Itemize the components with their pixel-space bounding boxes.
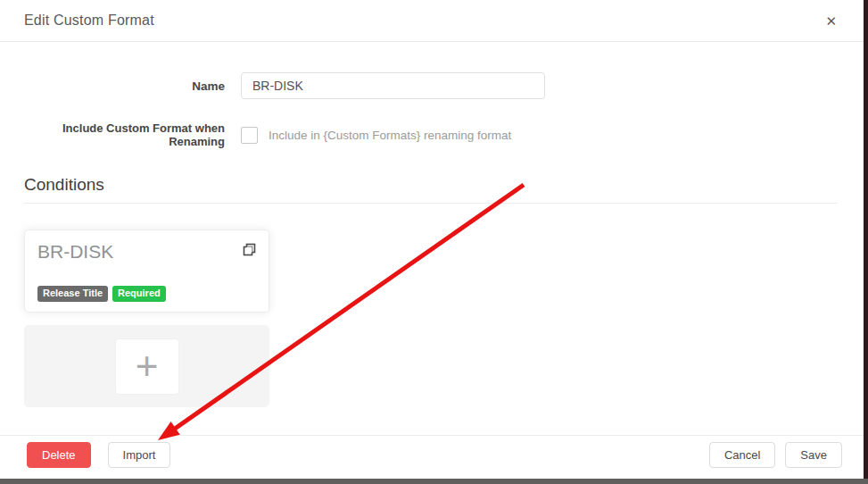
modal-footer: Delete Import Cancel Save bbox=[0, 435, 864, 479]
name-row: Name bbox=[24, 72, 837, 99]
close-icon[interactable]: ✕ bbox=[822, 11, 840, 31]
modal-header: Edit Custom Format ✕ bbox=[0, 0, 864, 42]
name-label: Name bbox=[24, 79, 225, 93]
import-button[interactable]: Import bbox=[108, 442, 171, 468]
tag-required: Required bbox=[112, 286, 166, 302]
include-renaming-row: Include Custom Format when Renaming Incl… bbox=[24, 121, 837, 148]
add-condition-card: + bbox=[24, 325, 269, 407]
cancel-button[interactable]: Cancel bbox=[709, 442, 775, 468]
footer-right: Cancel Save bbox=[709, 442, 842, 468]
page: Edit Custom Format ✕ Name Include Custom… bbox=[0, 0, 868, 484]
add-condition-button[interactable]: + bbox=[115, 338, 179, 395]
edit-custom-format-modal: Edit Custom Format ✕ Name Include Custom… bbox=[0, 0, 864, 479]
conditions-heading: Conditions bbox=[24, 175, 837, 204]
background-edge-right bbox=[864, 0, 868, 484]
condition-card-tags: Release Title Required bbox=[37, 286, 166, 302]
include-renaming-checkbox[interactable] bbox=[241, 127, 258, 144]
background-edge-bottom bbox=[0, 479, 868, 484]
name-input[interactable] bbox=[241, 72, 545, 99]
condition-card[interactable]: BR-DISK Release Title Required bbox=[24, 229, 269, 313]
modal-title: Edit Custom Format bbox=[24, 13, 154, 29]
conditions-list: BR-DISK Release Title Required + bbox=[24, 229, 269, 407]
include-renaming-label: Include Custom Format when Renaming bbox=[24, 121, 225, 148]
delete-button[interactable]: Delete bbox=[27, 442, 91, 468]
modal-body: Name Include Custom Format when Renaming… bbox=[0, 42, 864, 435]
include-renaming-helper: Include in {Custom Formats} renaming for… bbox=[269, 129, 511, 142]
clone-icon[interactable] bbox=[243, 243, 256, 260]
tag-release-title: Release Title bbox=[37, 286, 108, 302]
save-button[interactable]: Save bbox=[785, 442, 842, 468]
condition-card-title: BR-DISK bbox=[37, 241, 256, 263]
footer-left: Delete Import bbox=[27, 442, 170, 468]
